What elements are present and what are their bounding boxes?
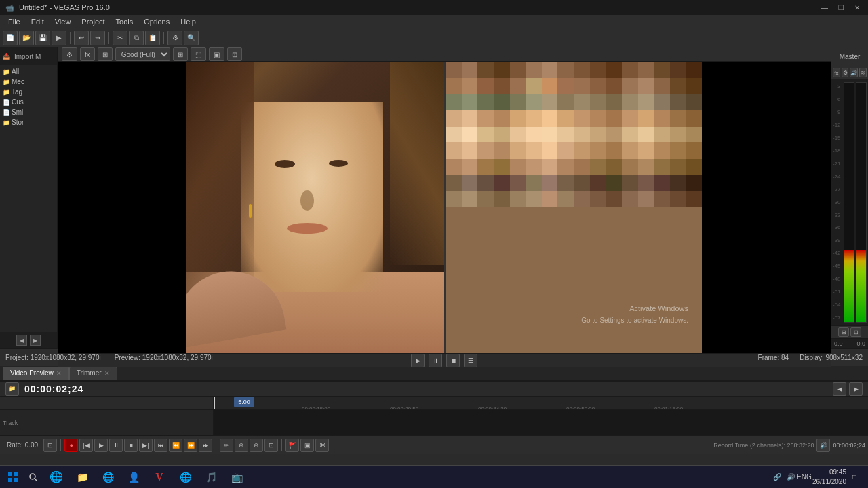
quality-dropdown[interactable]: Good (Full) Draft Preview — [115, 47, 170, 61]
menu-tools[interactable]: Tools — [111, 16, 139, 27]
pixel-cell — [638, 207, 654, 224]
menu-project[interactable]: Project — [76, 16, 110, 27]
project-media-button[interactable]: 📁 — [5, 382, 19, 396]
paste-button[interactable]: 📋 — [145, 30, 160, 45]
snap-button[interactable]: ⊡ — [264, 439, 278, 452]
fx-button[interactable]: fx — [833, 68, 840, 77]
grid-button[interactable]: ⊞ — [173, 47, 188, 61]
stereo-button[interactable]: ⊞ — [838, 327, 849, 337]
output-button[interactable]: ▣ — [209, 47, 224, 61]
marker-button[interactable]: 🚩 — [285, 439, 299, 452]
tab-trimmer[interactable]: Trimmer ✕ — [69, 367, 117, 380]
search-button[interactable] — [23, 468, 43, 487]
rewind-start-button[interactable]: ⏮ — [154, 439, 167, 452]
panel-next-button[interactable]: ▶ — [30, 335, 41, 346]
next-frame-button[interactable]: ▶| — [139, 439, 153, 452]
record-button[interactable]: ● — [64, 439, 78, 452]
restore-button[interactable]: ❐ — [835, 2, 846, 13]
loop-button[interactable]: ☰ — [464, 354, 477, 367]
open-button[interactable]: 📂 — [19, 30, 34, 45]
snap-button[interactable]: ⊡ — [227, 47, 242, 61]
render-button[interactable]: ▶ — [52, 30, 66, 45]
loop-toggle-button[interactable]: ⊡ — [43, 439, 57, 452]
gear-icon[interactable]: ⚙ — [842, 68, 849, 77]
region-button[interactable]: ▣ — [300, 439, 314, 452]
preview-split-button[interactable]: ⊞ — [98, 47, 113, 61]
tree-item-all[interactable]: 📁 All — [1, 66, 56, 77]
pixel-cell — [638, 337, 654, 353]
mono-button[interactable]: ⊡ — [850, 327, 861, 337]
start-button[interactable] — [3, 468, 23, 487]
taskbar-browser[interactable]: 🌐 — [95, 468, 121, 487]
eq-icon[interactable]: ≋ — [859, 68, 867, 77]
notification-icon[interactable]: □ — [849, 472, 860, 483]
save-button[interactable]: 💾 — [35, 30, 50, 45]
taskbar-edge[interactable]: 🌐 — [43, 468, 69, 487]
tree-item-cus[interactable]: 📄 Cus — [1, 97, 56, 107]
tab-video-preview[interactable]: Video Preview ✕ — [3, 367, 69, 380]
tab-video-preview-close[interactable]: ✕ — [56, 370, 62, 377]
preview-fx-button[interactable]: fx — [80, 47, 95, 61]
pause-toggle-button[interactable]: ⏸ — [109, 439, 123, 452]
track-content[interactable] — [214, 410, 868, 435]
stereo-controls: ⊞ ⊡ — [831, 325, 868, 338]
stop-button[interactable]: ⏹ — [446, 354, 460, 367]
preview-settings-button[interactable]: ⚙ — [62, 47, 77, 61]
redo-button[interactable]: ↪ — [90, 30, 105, 45]
pause-button[interactable]: ⏸ — [429, 354, 442, 367]
master-bus-button[interactable]: 🔊 — [816, 439, 830, 452]
overlay-button[interactable]: ⬚ — [191, 47, 206, 61]
taskbar-media[interactable]: 📺 — [224, 468, 250, 487]
zoom-in-button[interactable]: ⊕ — [235, 439, 248, 452]
pixel-cell — [542, 191, 558, 207]
forward-end-button[interactable]: ⏭ — [199, 439, 212, 452]
timeline-next-button[interactable]: ▶ — [849, 382, 863, 396]
undo-button[interactable]: ↩ — [74, 30, 89, 45]
tree-item-mec[interactable]: 📁 Mec — [1, 77, 56, 87]
panel-prev-button[interactable]: ◀ — [16, 335, 27, 346]
cut-button[interactable]: ✂ — [113, 30, 127, 45]
rewind-button[interactable]: ⏪ — [169, 439, 182, 452]
menu-view[interactable]: View — [50, 16, 77, 27]
vol-icon[interactable]: 🔊 — [850, 68, 858, 77]
pixel-cell — [526, 159, 542, 175]
menu-file[interactable]: File — [3, 16, 26, 27]
prev-frame-button[interactable]: |◀ — [79, 439, 93, 452]
taskbar-user[interactable]: 👤 — [121, 468, 146, 487]
minimize-button[interactable]: — — [819, 2, 830, 13]
edit-mode-button[interactable]: ✏ — [220, 439, 233, 452]
tree-item-smi[interactable]: 📄 Smi — [1, 107, 56, 117]
timeline-ruler-row: 5:00 00:00:15:00 00:00:29:58 00:00:44:29… — [0, 396, 868, 410]
taskbar-chrome[interactable]: 🌐 — [172, 468, 198, 487]
copy-button[interactable]: ⧉ — [129, 30, 144, 45]
timeline-ruler[interactable]: 5:00 00:00:15:00 00:00:29:58 00:00:44:29… — [214, 396, 868, 409]
zoom-out-button[interactable]: ⊖ — [250, 439, 263, 452]
explorer-button[interactable]: 🔍 — [184, 30, 199, 45]
new-button[interactable]: 📄 — [3, 30, 18, 45]
menu-options[interactable]: Options — [138, 16, 175, 27]
timeline-marker[interactable]: 5:00 — [234, 396, 254, 407]
play-button[interactable]: ▶ — [411, 354, 425, 367]
stop-toggle-button[interactable]: ■ — [124, 439, 138, 452]
network-icon[interactable]: 🔗 — [772, 472, 783, 483]
properties-button[interactable]: ⚙ — [167, 30, 182, 45]
volume-icon[interactable]: 🔊 — [785, 472, 796, 483]
tree-item-tag[interactable]: 📁 Tag — [1, 87, 56, 97]
taskbar-explorer[interactable]: 📁 — [69, 468, 95, 487]
pixel-cell — [686, 110, 702, 127]
taskbar-music[interactable]: 🎵 — [198, 468, 224, 487]
pixel-cell — [670, 62, 686, 78]
pixel-cell — [686, 256, 702, 272]
cmd-button[interactable]: ⌘ — [315, 439, 329, 452]
pixel-cell — [686, 207, 702, 224]
timeline-prev-button[interactable]: ◀ — [833, 382, 846, 396]
menu-edit[interactable]: Edit — [26, 16, 50, 27]
tree-item-stor[interactable]: 📁 Stor — [1, 117, 56, 127]
play-toggle-button[interactable]: ▶ — [94, 439, 108, 452]
close-button[interactable]: ✕ — [852, 2, 863, 13]
tab-trimmer-close[interactable]: ✕ — [104, 370, 110, 377]
import-media-tab[interactable]: Import M — [12, 52, 43, 62]
taskbar-vegas[interactable]: V — [146, 468, 172, 487]
menu-help[interactable]: Help — [175, 16, 201, 27]
forward-button[interactable]: ⏩ — [184, 439, 197, 452]
